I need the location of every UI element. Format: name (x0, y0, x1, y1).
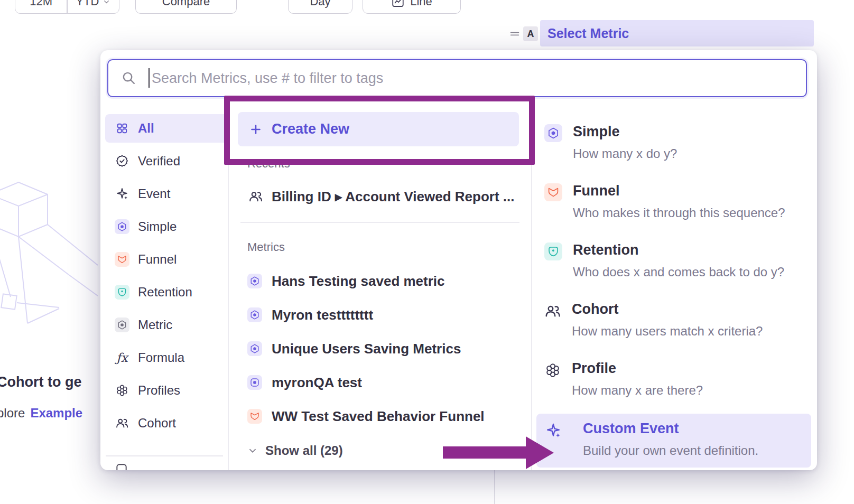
chevron-down-icon (247, 445, 258, 456)
funnel-icon (249, 411, 260, 422)
metric-list-item[interactable]: myronQA test (247, 368, 362, 397)
type-description: Who does x and comes back to do y? (573, 265, 784, 279)
metric-list-item[interactable]: Hans Testing saved metric (247, 266, 445, 296)
column-divider (228, 114, 229, 470)
metric-type-funnel[interactable]: Funnel Who makes it through this sequenc… (544, 183, 806, 220)
type-description: How many users match x criteria? (572, 324, 763, 339)
sidebar-label: Metric (138, 318, 172, 332)
saved-metric-square-icon (249, 377, 260, 388)
panel-divider (494, 469, 495, 504)
sidebar-label: Verified (138, 154, 180, 169)
query-row-letter-badge: A (523, 26, 538, 41)
line-label: Line (410, 0, 432, 8)
sidebar-item-metric[interactable]: Metric (105, 309, 228, 341)
type-title: Funnel (573, 183, 785, 199)
granularity-day-button[interactable]: Day (288, 0, 352, 14)
sidebar-label: Retention (138, 285, 192, 300)
recents-header: Recents (247, 157, 290, 171)
simple-hexagon-icon (249, 310, 260, 320)
profiles-flower-icon (115, 384, 129, 397)
select-metric-modal: All Verified Event Simple Funnel Retenti… (100, 50, 817, 470)
metric-item-label: Unique Users Saving Metrics (272, 341, 461, 357)
sidebar-label: Funnel (138, 252, 177, 267)
metric-type-retention[interactable]: Retention Who does x and comes back to d… (544, 242, 806, 279)
metric-type-profile[interactable]: Profile How many x are there? (544, 361, 806, 398)
formula-icon: ƒx (116, 352, 127, 364)
sidebar-divider (106, 455, 223, 456)
custom-event-sparkle-icon (545, 422, 562, 439)
metric-list-item[interactable]: Myron testttttttt (247, 300, 373, 330)
event-sparkle-icon (115, 187, 129, 201)
metrics-header: Metrics (247, 240, 285, 254)
type-description: Build your own event definition. (583, 443, 758, 458)
sidebar-label: Event (138, 186, 170, 201)
metric-item-label: WW Test Saved Behavior Funnel (272, 408, 485, 425)
chevron-down-icon (103, 0, 110, 6)
type-description: How many x do y? (573, 146, 677, 161)
show-all-button[interactable]: Show all (29) (247, 440, 343, 461)
plus-icon (249, 123, 262, 136)
sidebar-item-profiles[interactable]: Profiles (105, 374, 228, 407)
sidebar-item-verified[interactable]: Verified (105, 145, 228, 178)
empty-state-headline: Cohort to ge (0, 374, 81, 390)
range-ytd-button[interactable]: YTD (68, 0, 119, 13)
create-new-label: Create New (272, 121, 349, 137)
type-description: Who makes it through this sequence? (573, 206, 785, 220)
cohort-people-icon (248, 189, 263, 204)
day-label: Day (310, 0, 330, 8)
compare-button[interactable]: Compare (135, 0, 237, 14)
metric-type-cohort[interactable]: Cohort How many users match x criteria? (544, 302, 806, 339)
range-12m-button[interactable]: 12M (15, 0, 67, 13)
sidebar-item-retention[interactable]: Retention (105, 276, 228, 309)
example-link[interactable]: Example (30, 406, 82, 420)
sidebar-label: Profiles (138, 383, 180, 398)
recent-metric-item[interactable]: Billing ID ▸ Account Viewed Report ... (248, 181, 514, 212)
select-metric-field[interactable]: Select Metric (540, 20, 814, 46)
date-range-control: 12M YTD (15, 0, 119, 14)
metric-list-item[interactable]: Unique Users Saving Metrics (247, 334, 461, 363)
retention-icon (547, 245, 560, 258)
decorative-wireframe-graphic (0, 174, 106, 349)
sidebar-item-all[interactable]: All (105, 114, 228, 143)
verified-badge-icon (115, 154, 129, 168)
empty-state-subtext: ploreExample (0, 406, 82, 421)
search-icon (121, 70, 136, 86)
retention-icon (117, 287, 127, 297)
sidebar-label: All (138, 121, 154, 136)
sidebar-label: Formula (138, 350, 184, 365)
create-new-button[interactable]: Create New (238, 112, 519, 146)
type-title: Cohort (572, 302, 763, 318)
recent-item-label: Billing ID ▸ Account Viewed Report ... (272, 189, 514, 205)
metric-type-simple[interactable]: Simple How many x do y? (544, 124, 806, 161)
grid-icon (116, 123, 128, 134)
metric-hexagon-icon (117, 320, 127, 330)
type-title: Retention (573, 242, 784, 258)
range-12m-label: 12M (30, 0, 52, 8)
profile-flower-icon (544, 362, 561, 379)
sidebar-item-cohort[interactable]: Cohort (105, 407, 228, 440)
metric-search-container (107, 59, 807, 97)
sidebar-item-simple[interactable]: Simple (105, 210, 228, 243)
type-title: Custom Event (583, 421, 758, 437)
chart-type-line-button[interactable]: Line (363, 0, 461, 14)
metric-list-item[interactable]: WW Test Saved Behavior Funnel (247, 402, 485, 431)
line-chart-icon (391, 0, 405, 8)
type-title: Simple (573, 124, 677, 140)
sidebar-item-partial-icon[interactable] (115, 462, 128, 470)
type-description: How many x are there? (572, 383, 703, 398)
app-root: 12M YTD Compare Day Line A Select Metric… (0, 0, 854, 504)
cohort-people-icon (544, 303, 561, 320)
sidebar-label: Simple (138, 219, 177, 234)
search-input[interactable] (108, 60, 806, 96)
sidebar-item-event[interactable]: Event (105, 178, 228, 210)
simple-hexagon-icon (249, 276, 260, 286)
metric-type-custom-event[interactable]: Custom Event Build your own event defini… (536, 414, 811, 468)
funnel-icon (117, 254, 127, 265)
sidebar-item-formula[interactable]: ƒx Formula (105, 341, 228, 374)
metric-item-label: myronQA test (272, 375, 362, 391)
drag-handle-icon[interactable] (509, 28, 521, 40)
type-title: Profile (572, 361, 703, 377)
range-ytd-label: YTD (76, 0, 99, 8)
sidebar-item-funnel[interactable]: Funnel (105, 243, 228, 276)
funnel-icon (547, 186, 560, 199)
